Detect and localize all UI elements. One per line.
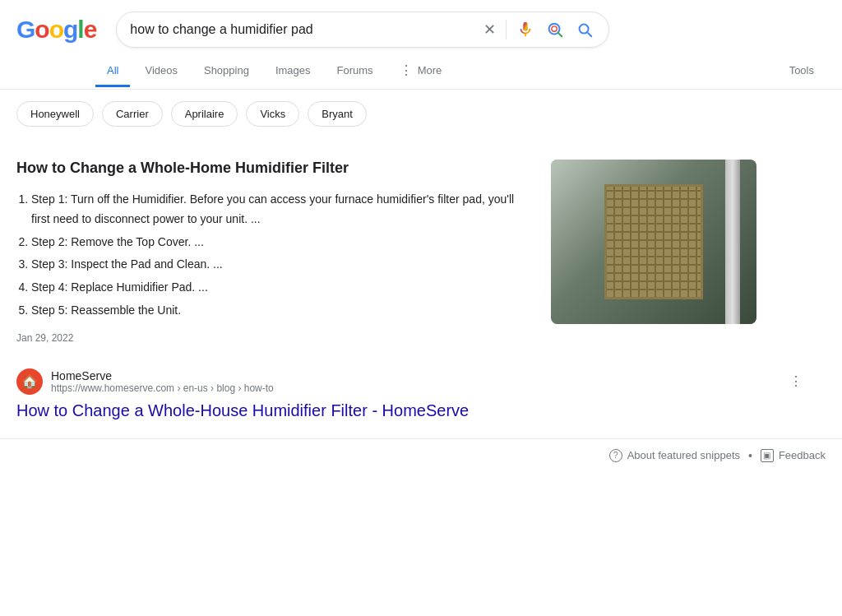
mic-icon xyxy=(516,21,534,39)
clear-icon: ✕ xyxy=(483,21,496,39)
clear-button[interactable]: ✕ xyxy=(482,19,497,40)
search-bar: how to change a humidifier pad ✕ xyxy=(116,12,609,48)
main-content: How to Change a Whole-Home Humidifier Fi… xyxy=(0,138,822,438)
tab-videos[interactable]: Videos xyxy=(133,56,189,87)
result-source: 🏠 HomeServe https://www.homeserve.com › … xyxy=(16,357,806,401)
search-submit-button[interactable] xyxy=(574,19,595,40)
tab-tools[interactable]: Tools xyxy=(778,56,826,87)
logo-letter-o1: o xyxy=(35,16,49,43)
tab-more[interactable]: ⋮ More xyxy=(388,54,454,89)
header: Google how to change a humidifier pad ✕ xyxy=(0,0,842,48)
logo-letter-o2: o xyxy=(49,16,63,43)
result-more-icon: ⋮ xyxy=(789,373,803,389)
snippet-title: How to Change a Whole-Home Humidifier Fi… xyxy=(16,160,531,177)
chip-honeywell[interactable]: Honeywell xyxy=(16,101,94,127)
list-item: Step 5: Reassemble the Unit. xyxy=(31,301,531,321)
tab-shopping[interactable]: Shopping xyxy=(192,56,261,87)
google-logo: Google xyxy=(16,17,96,42)
logo-letter-l: l xyxy=(77,16,83,43)
list-item: Step 2: Remove the Top Cover. ... xyxy=(31,233,531,252)
svg-point-1 xyxy=(552,26,557,31)
source-url: https://www.homeserve.com › en-us › blog… xyxy=(51,382,778,394)
question-mark-icon: ? xyxy=(609,449,622,462)
lens-icon xyxy=(546,21,564,39)
about-snippets[interactable]: ? About featured snippets xyxy=(609,449,740,462)
svg-line-2 xyxy=(558,33,562,37)
tab-all[interactable]: All xyxy=(95,56,130,87)
list-item: Step 3: Inspect the Pad and Clean. ... xyxy=(31,255,531,275)
source-info: HomeServe https://www.homeserve.com › en… xyxy=(51,369,778,394)
footer-bar: ? About featured snippets • ▣ Feedback xyxy=(0,439,842,472)
voice-search-button[interactable] xyxy=(515,19,536,40)
tab-forums[interactable]: Forums xyxy=(326,56,385,87)
search-icon xyxy=(576,21,594,39)
feedback-icon: ▣ xyxy=(761,449,774,462)
snippet-list: Step 1: Turn off the Humidifier. Before … xyxy=(31,190,531,321)
result-more-button[interactable]: ⋮ xyxy=(786,370,806,392)
snippet-image xyxy=(551,160,756,324)
search-icons: ✕ xyxy=(482,19,595,40)
list-item: Step 1: Turn off the Humidifier. Before … xyxy=(31,190,531,229)
chip-vicks[interactable]: Vicks xyxy=(246,101,299,127)
search-input[interactable]: how to change a humidifier pad xyxy=(130,22,474,37)
snippet-text: How to Change a Whole-Home Humidifier Fi… xyxy=(16,160,531,344)
featured-snippet: How to Change a Whole-Home Humidifier Fi… xyxy=(16,146,756,357)
nav-tabs: All Videos Shopping Images Forums ⋮ More… xyxy=(0,48,842,90)
source-name: HomeServe xyxy=(51,369,778,382)
list-item: Step 4: Replace Humidifier Pad. ... xyxy=(31,278,531,298)
logo-letter-e: e xyxy=(84,16,97,43)
tab-images[interactable]: Images xyxy=(264,56,322,87)
snippet-date: Jan 29, 2022 xyxy=(16,332,531,344)
more-dots-icon: ⋮ xyxy=(400,63,413,78)
filter-chips: Honeywell Carrier Aprilaire Vicks Bryant xyxy=(0,90,842,138)
hvac-grid xyxy=(604,184,703,299)
logo-letter-g: G xyxy=(16,16,35,43)
footer-separator: • xyxy=(748,449,752,462)
source-favicon: 🏠 xyxy=(16,368,43,395)
feedback-button[interactable]: ▣ Feedback xyxy=(761,449,826,462)
search-divider xyxy=(506,20,507,39)
hvac-image-graphic xyxy=(551,160,756,324)
chip-carrier[interactable]: Carrier xyxy=(102,101,163,127)
logo-letter-g2: g xyxy=(63,16,77,43)
chip-bryant[interactable]: Bryant xyxy=(308,101,367,127)
hvac-pole xyxy=(725,160,740,324)
house-icon: 🏠 xyxy=(21,373,38,389)
chip-aprilaire[interactable]: Aprilaire xyxy=(171,101,238,127)
result-title-link[interactable]: How to Change a Whole-House Humidifier F… xyxy=(16,401,806,430)
image-search-button[interactable] xyxy=(544,19,566,40)
